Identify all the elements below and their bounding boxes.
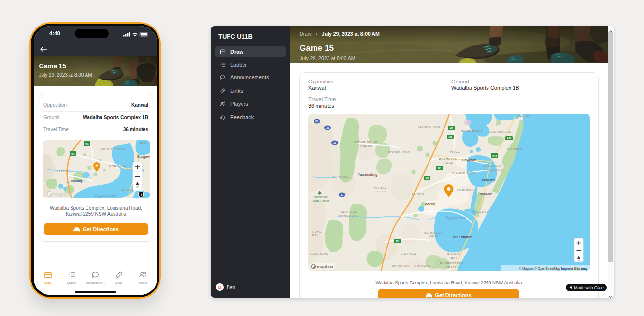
svg-text:BEACH: BEACH [446, 265, 458, 269]
svg-text:BEACH: BEACH [518, 114, 530, 117]
svg-text:DOORALONG: DOORALONG [388, 151, 410, 154]
svg-text:MOONEE: MOONEE [507, 147, 522, 151]
svg-text:McPherson: McPherson [314, 195, 328, 198]
svg-text:EEK: EEK [312, 234, 319, 237]
svg-text:A43: A43 [507, 137, 512, 140]
svg-text:WYOMING: WYOMING [392, 264, 409, 268]
svg-text:Tuggerah Lake: Tuggerah Lake [445, 216, 466, 220]
svg-text:KULNURA: KULNURA [332, 175, 348, 179]
svg-text:CREEK: CREEK [375, 190, 387, 193]
svg-text:Tuggerah Lake: Tuggerah Lake [95, 194, 116, 198]
svg-text:M1: M1 [448, 136, 452, 138]
svg-text:Budgewoi: Budgewoi [481, 179, 496, 182]
svg-text:ROVE: ROVE [312, 230, 322, 233]
svg-text:Doyalson: Doyalson [462, 158, 476, 162]
svg-text:mapbox: mapbox [54, 192, 72, 197]
svg-text:BATEAU: BATEAU [447, 252, 461, 255]
svg-text:mapbox: mapbox [317, 264, 334, 269]
svg-text:© Mapbox © OpenStreetMap Impro: © Mapbox © OpenStreetMap Improve this ma… [519, 267, 587, 271]
svg-text:M1: M1 [438, 167, 441, 170]
svg-text:RIDGE: RIDGE [443, 161, 454, 164]
svg-text:BAY: BAY [451, 256, 458, 259]
svg-text:PENINSULA: PENINSULA [484, 168, 504, 171]
svg-text:CENTRAL: CENTRAL [341, 210, 357, 213]
svg-text:BUDGEWEI: BUDGEWEI [484, 164, 502, 167]
svg-text:Budgewo: Budgewo [137, 154, 150, 159]
svg-text:WYEE: WYEE [450, 150, 460, 153]
svg-text:HOLGATE: HOLGATE [414, 264, 430, 268]
svg-text:CHARMHAVEN: CHARMHAVEN [452, 171, 476, 175]
svg-text:33: 33 [326, 126, 329, 129]
svg-text:MANDALONG: MANDALONG [418, 125, 440, 129]
svg-text:WYEE POINT: WYEE POINT [461, 129, 483, 133]
svg-text:Yarramalong: Yarramalong [358, 173, 377, 177]
svg-text:MANGROVE: MANGROVE [339, 214, 359, 217]
svg-text:33: 33 [341, 193, 343, 196]
svg-text:CHARMHAVEN: CHARMHAVEN [100, 147, 126, 150]
svg-text:MAGENTA: MAGENTA [472, 210, 489, 213]
svg-text:BERKELEY: BERKELEY [424, 231, 442, 234]
svg-text:CEDAR BRUSH: CEDAR BRUSH [354, 140, 379, 144]
svg-text:Wyong: Wyong [71, 179, 82, 183]
svg-text:GWANDALAN: GWANDALAN [489, 130, 511, 133]
svg-text:FORRESTERS: FORRESTERS [440, 261, 463, 265]
svg-text:M1: M1 [71, 152, 75, 155]
svg-text:M1: M1 [85, 142, 89, 145]
svg-text:33: 33 [333, 141, 336, 144]
svg-text:Wyong: Wyong [425, 202, 435, 206]
svg-text:GOROKAN: GOROKAN [457, 188, 474, 192]
svg-text:MAGEN: MAGEN [122, 188, 135, 191]
svg-text:A43: A43 [492, 154, 497, 157]
svg-text:M1: M1 [396, 240, 399, 243]
svg-text:M1: M1 [449, 127, 453, 130]
svg-text:LISAROW: LISAROW [401, 252, 417, 255]
svg-text:LENGROVE: LENGROVE [309, 252, 328, 255]
svg-text:BUSHELLS: BUSHELLS [439, 157, 457, 160]
svg-text:33: 33 [315, 120, 318, 123]
svg-text:Noraville: Noraville [479, 192, 492, 196]
svg-text:PENI: PENI [140, 141, 148, 145]
svg-text:ALISON: ALISON [412, 192, 424, 196]
svg-text:State Forest: State Forest [313, 199, 329, 202]
svg-text:GOROKAN: GOROKAN [109, 165, 127, 168]
svg-text:WYONG: WYONG [374, 186, 387, 189]
svg-text:VALE: VALE [429, 234, 438, 238]
svg-text:CREEK: CREEK [360, 144, 372, 148]
svg-text:ALISON: ALISON [57, 169, 70, 173]
svg-text:M1: M1 [425, 177, 429, 179]
svg-text:The Entrance: The Entrance [452, 235, 472, 239]
